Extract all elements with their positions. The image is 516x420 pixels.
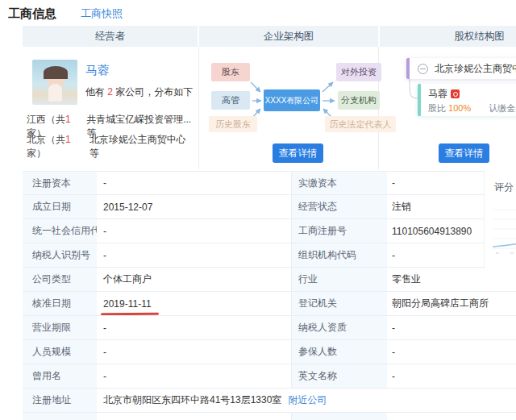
ratio-line: 股比 100%认缴金额: [428, 102, 516, 114]
row-label: 核准日期: [23, 292, 97, 315]
row-label: 行业: [292, 268, 387, 291]
section-header-row: 经营者 企业架构图 股权结构图: [23, 26, 516, 47]
table-row: 成立日期 2015-12-07 经营状态 注销: [23, 195, 516, 219]
table-row-approval-date: 核准日期 2019-11-11 登记机关 朝阳分局高碑店工商所: [23, 292, 516, 316]
equity-child-body: 马蓉 股比 100%认缴金额: [421, 84, 516, 116]
node-executives[interactable]: 高管: [211, 91, 250, 110]
region-pre: 北京（共: [27, 134, 65, 145]
table-row: 注册资本 - 实缴资本 -: [23, 171, 516, 195]
row-value: -: [97, 219, 292, 243]
operator-panel: 马蓉 他有 2 家公司，分布如下 江西（共1家） 共青城宝亿嵘投资管理...等 …: [23, 47, 199, 169]
region-count: 1: [65, 114, 71, 125]
node-branches[interactable]: 分支机构: [338, 91, 380, 110]
collapse-minus-icon[interactable]: [418, 64, 428, 74]
row-label: 组织机构代码: [292, 243, 387, 267]
detail-table: 注册资本 - 实缴资本 - 成立日期 2015-12-07 经营状态 注销 统一…: [23, 171, 516, 420]
title-bar: 工商信息 工商快照: [8, 6, 123, 27]
header-org-chart: 企业架构图: [199, 26, 378, 47]
row-label: 营业期限: [23, 316, 97, 339]
row-value: -: [97, 364, 292, 388]
ratio-label: 股比: [428, 103, 448, 113]
operator-summary: 他有 2 家公司，分布如下: [85, 85, 193, 99]
node-history-shareholders[interactable]: 历史股东: [209, 116, 257, 132]
row-value: -: [97, 340, 292, 364]
holder-name: 马蓉: [428, 87, 447, 101]
nearby-companies-link[interactable]: 附近公司: [288, 393, 327, 407]
row-value: [387, 413, 516, 420]
row-value: 零售业: [387, 268, 516, 291]
row-label: [292, 413, 387, 420]
row-label: 统一社会信用代码: [23, 219, 97, 243]
score-label: 评分: [494, 181, 514, 194]
page-title: 工商信息: [8, 6, 56, 22]
row-value: [97, 413, 292, 420]
row-label: 英文名称: [292, 364, 387, 388]
row-value: -: [97, 172, 292, 194]
address-cell: 北京市朝阳区东四环中路41号13层1330室 附近公司: [97, 389, 516, 412]
row-label: 成立日期: [23, 195, 97, 218]
header-equity-chart: 股权结构图: [380, 26, 516, 47]
row-value: 2019-11-11: [97, 292, 292, 315]
row-value: -: [387, 340, 516, 364]
ratio-value: 100%: [448, 103, 471, 113]
equity-root-node[interactable]: 北京珍妮公主商贸中心: [406, 58, 516, 79]
row-label: 注册地址: [23, 389, 97, 412]
equity-panel: 北京珍妮公主商贸中心 马蓉 股比 100%认缴金额 查看详情: [379, 47, 516, 169]
summary-prefix: 他有: [85, 86, 107, 98]
row-value: -: [97, 243, 292, 267]
table-row: 曾用名 - 英文名称 -: [23, 364, 516, 389]
score-trend-chart: [489, 200, 516, 263]
red-stamp-icon: [451, 89, 460, 98]
table-row: 营业期限 - 纳税人资质 -: [23, 316, 516, 340]
org-chart-detail-button[interactable]: 查看详情: [273, 143, 323, 163]
org-chart-panel: 股东 高管 历史股东 XXXX有限公司 对外投资 分支机构 历史法定代表人 查看…: [199, 47, 379, 169]
row-label: 实缴资本: [292, 172, 387, 194]
row-value: 个体工商户: [97, 268, 292, 291]
row-value: -: [387, 364, 516, 388]
row-value: 2015-12-07: [97, 195, 292, 218]
node-shareholders[interactable]: 股东: [211, 63, 250, 81]
row-label: 工商注册号: [292, 219, 387, 243]
registered-address: 北京市朝阳区东四环中路41号13层1330室: [103, 393, 281, 407]
operator-name-link[interactable]: 马蓉: [85, 63, 110, 78]
row-label: 注册资本: [23, 172, 97, 194]
equity-detail-button[interactable]: 查看详情: [439, 143, 489, 163]
table-row: 公司类型 个体工商户 行业 零售业: [23, 268, 516, 292]
row-label: 登记机关: [292, 292, 387, 315]
row-label: 纳税人识别号: [23, 243, 97, 267]
equity-root-company: 北京珍妮公主商贸中心: [435, 62, 516, 76]
business-snapshot-link[interactable]: 工商快照: [81, 6, 123, 27]
operator-avatar[interactable]: [32, 60, 77, 105]
node-company[interactable]: XXXX有限公司: [264, 89, 320, 111]
equity-child-node[interactable]: 马蓉 股比 100%认缴金额: [418, 84, 516, 116]
region-companies: 北京珍妮公主商贸中心等: [89, 133, 194, 160]
approval-date-red-underline: 2019-11-11: [103, 298, 152, 310]
purple-accent-bar: [406, 58, 410, 79]
header-operator: 经营者: [23, 26, 198, 47]
row-value: 朝阳分局高碑店工商所: [387, 292, 516, 315]
row-label: 曾用名: [23, 364, 97, 388]
table-row: 统一社会信用代码 - 工商注册号 110105604913890: [23, 219, 516, 243]
row-label: 纳税人资质: [292, 316, 387, 339]
row-label: 公司类型: [23, 268, 97, 291]
holder-line: 马蓉: [428, 87, 516, 101]
row-label: [23, 413, 97, 420]
row-value: -: [387, 316, 516, 339]
row-value: -: [97, 316, 292, 339]
region-count: 1: [65, 134, 71, 145]
top-panels: 马蓉 他有 2 家公司，分布如下 江西（共1家） 共青城宝亿嵘投资管理...等 …: [23, 47, 516, 169]
business-info-page: 工商信息 工商快照 经营者 企业架构图 股权结构图 马蓉 他有 2 家公司，分布…: [0, 0, 516, 420]
table-row: 纳税人识别号 - 组织机构代码 -: [23, 243, 516, 268]
table-row: 人员规模 - 参保人数 -: [23, 340, 516, 364]
table-row-address: 注册地址 北京市朝阳区东四环中路41号13层1330室 附近公司: [23, 389, 516, 413]
node-outbound-investment[interactable]: 对外投资: [336, 63, 381, 81]
row-label: 人员规模: [23, 340, 97, 364]
region-label: 北京（共1家）: [27, 133, 89, 160]
summary-suffix: 家公司，分布如下: [113, 86, 193, 98]
region-suf: 家）: [27, 148, 46, 159]
score-card: 评分: [484, 169, 516, 269]
table-row-partial: [23, 413, 516, 420]
region-row-beijing: 北京（共1家） 北京珍妮公主商贸中心等: [27, 133, 194, 160]
row-label: 经营状态: [292, 195, 387, 218]
amount-label: 认缴金额: [489, 103, 516, 113]
